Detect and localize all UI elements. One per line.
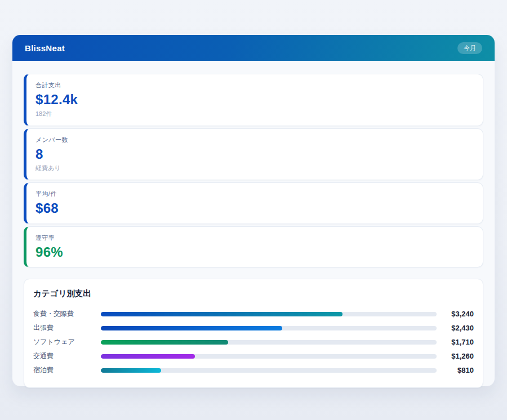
- bar-fill: [101, 312, 343, 316]
- category-spend-card: カテゴリ別支出 食費・交際費 $3,240 出張費 $2,430 ソフトウェア …: [24, 279, 483, 388]
- category-label: 交通費: [33, 351, 101, 361]
- bar-track: [101, 354, 437, 359]
- category-amount: $2,430: [437, 324, 474, 332]
- category-amount: $1,710: [437, 338, 474, 346]
- stats-section: 合計支出 $12.4k 182件 メンバー数 8 経費あり 平均/件 $68 遵…: [12, 61, 495, 267]
- bar-fill: [101, 368, 161, 373]
- category-label: ソフトウェア: [33, 337, 101, 347]
- category-label: 食費・交際費: [33, 309, 101, 319]
- bar-fill: [101, 340, 228, 345]
- stat-value: 96%: [35, 244, 474, 260]
- category-amount: $3,240: [437, 310, 474, 318]
- stat-label: メンバー数: [35, 136, 474, 144]
- stat-label: 平均/件: [35, 190, 474, 198]
- category-label: 出張費: [33, 323, 101, 333]
- stat-value: $68: [35, 200, 474, 216]
- app-title: BlissNeat: [25, 43, 65, 53]
- stat-card-member-count: メンバー数 8 経費あり: [24, 128, 483, 181]
- category-row: 食費・交際費 $3,240: [33, 307, 474, 321]
- app-header: BlissNeat 今月: [12, 35, 495, 61]
- category-row: 出張費 $2,430: [33, 321, 474, 335]
- category-amount: $810: [437, 366, 474, 374]
- expense-dashboard-window: BlissNeat 今月 合計支出 $12.4k 182件 メンバー数 8 経費…: [12, 35, 495, 386]
- category-row: ソフトウェア $1,710: [33, 335, 474, 349]
- bar-track: [101, 368, 437, 373]
- period-badge[interactable]: 今月: [457, 42, 482, 54]
- bar-track: [101, 340, 437, 345]
- stat-subtext: 182件: [35, 110, 474, 118]
- category-card-title: カテゴリ別支出: [33, 288, 474, 299]
- category-row: 交通費 $1,260: [33, 349, 474, 363]
- category-row: 宿泊費 $810: [33, 363, 474, 377]
- stat-label: 合計支出: [35, 81, 474, 90]
- category-amount: $1,260: [437, 352, 474, 360]
- bar-track: [101, 326, 437, 330]
- stat-value: $12.4k: [35, 92, 474, 108]
- stat-card-compliance-rate: 遵守率 96%: [24, 226, 483, 268]
- bar-fill: [101, 326, 282, 330]
- category-label: 宿泊費: [33, 365, 101, 375]
- stat-value: 8: [35, 146, 474, 162]
- bar-track: [101, 312, 437, 316]
- stat-card-average-per-item: 平均/件 $68: [24, 182, 483, 224]
- stat-card-total-spend: 合計支出 $12.4k 182件: [24, 74, 483, 126]
- stat-subtext: 経費あり: [35, 164, 474, 172]
- bar-fill: [101, 354, 195, 359]
- stat-label: 遵守率: [35, 234, 474, 242]
